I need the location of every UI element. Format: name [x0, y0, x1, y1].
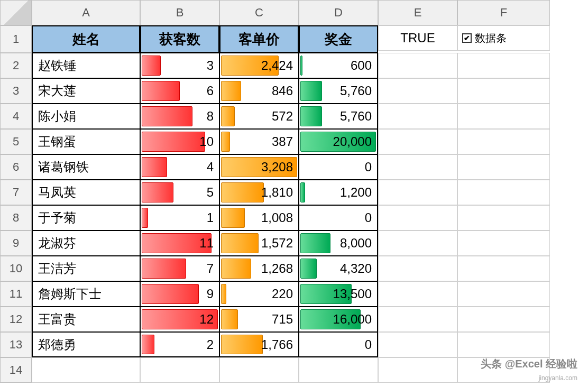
cell-bonus[interactable]: 1,200: [299, 180, 378, 205]
cell-price[interactable]: 3,208: [219, 154, 299, 180]
cell-customers[interactable]: 8: [140, 104, 219, 129]
header-price[interactable]: 客单价: [219, 25, 299, 53]
row-header-5[interactable]: 5: [0, 129, 32, 154]
cell-bonus[interactable]: 8,000: [299, 231, 378, 256]
empty-cell[interactable]: [457, 281, 550, 307]
cell-bonus[interactable]: 5,760: [299, 104, 378, 129]
row-header-11[interactable]: 11: [0, 281, 32, 307]
empty-cell[interactable]: [378, 104, 457, 129]
empty-cell[interactable]: [378, 205, 457, 231]
cell-customers[interactable]: 11: [140, 231, 219, 256]
col-header-d[interactable]: D: [299, 0, 378, 25]
row-header-2[interactable]: 2: [0, 53, 32, 78]
row-header-4[interactable]: 4: [0, 104, 32, 129]
empty-cell[interactable]: [457, 180, 550, 205]
spreadsheet-grid[interactable]: A B C D E F 1 姓名 获客数 客单价 奖金 TRUE ✔ 数据条 2…: [0, 0, 588, 383]
cell-customers[interactable]: 7: [140, 256, 219, 281]
table-row[interactable]: 王富贵: [32, 307, 140, 332]
cell-bonus[interactable]: 0: [299, 332, 378, 357]
empty-cell[interactable]: [378, 231, 457, 256]
col-header-f[interactable]: F: [457, 0, 550, 25]
empty-cell[interactable]: [378, 332, 457, 357]
header-name[interactable]: 姓名: [32, 25, 140, 53]
cell-bonus[interactable]: 0: [299, 154, 378, 180]
empty-cell[interactable]: [219, 357, 299, 383]
empty-cell[interactable]: [299, 357, 378, 383]
table-row[interactable]: 詹姆斯下士: [32, 281, 140, 307]
cell-e1[interactable]: TRUE: [378, 25, 457, 51]
cell-bonus[interactable]: 4,320: [299, 256, 378, 281]
table-row[interactable]: 宋大莲: [32, 78, 140, 104]
cell-customers[interactable]: 4: [140, 154, 219, 180]
empty-cell[interactable]: [32, 357, 140, 383]
empty-cell[interactable]: [457, 307, 550, 332]
empty-cell[interactable]: [457, 154, 550, 180]
cell-customers[interactable]: 3: [140, 53, 219, 78]
empty-cell[interactable]: [457, 256, 550, 281]
select-all-corner[interactable]: [0, 0, 32, 25]
cell-customers[interactable]: 1: [140, 205, 219, 231]
table-row[interactable]: 诸葛钢铁: [32, 154, 140, 180]
empty-cell[interactable]: [378, 129, 457, 154]
col-header-e[interactable]: E: [378, 0, 457, 25]
cell-bonus[interactable]: 600: [299, 53, 378, 78]
cell-price[interactable]: 1,766: [219, 332, 299, 357]
cell-customers[interactable]: 5: [140, 180, 219, 205]
cell-price[interactable]: 1,810: [219, 180, 299, 205]
row-header-8[interactable]: 8: [0, 205, 32, 231]
row-header-12[interactable]: 12: [0, 307, 32, 332]
cell-price[interactable]: 715: [219, 307, 299, 332]
cell-f1[interactable]: ✔ 数据条: [457, 25, 550, 51]
empty-cell[interactable]: [457, 129, 550, 154]
col-header-b[interactable]: B: [140, 0, 219, 25]
empty-cell[interactable]: [457, 231, 550, 256]
table-row[interactable]: 于予菊: [32, 205, 140, 231]
cell-price[interactable]: 220: [219, 281, 299, 307]
empty-cell[interactable]: [378, 154, 457, 180]
cell-price[interactable]: 572: [219, 104, 299, 129]
cell-customers[interactable]: 9: [140, 281, 219, 307]
empty-cell[interactable]: [457, 104, 550, 129]
row-header-10[interactable]: 10: [0, 256, 32, 281]
empty-cell[interactable]: [378, 307, 457, 332]
table-row[interactable]: 王洁芳: [32, 256, 140, 281]
row-header-6[interactable]: 6: [0, 154, 32, 180]
empty-cell[interactable]: [457, 205, 550, 231]
table-row[interactable]: 郑德勇: [32, 332, 140, 357]
table-row[interactable]: 赵铁锤: [32, 53, 140, 78]
cell-customers[interactable]: 10: [140, 129, 219, 154]
table-row[interactable]: 龙淑芬: [32, 231, 140, 256]
cell-customers[interactable]: 2: [140, 332, 219, 357]
empty-cell[interactable]: [378, 78, 457, 104]
databar-checkbox-container[interactable]: ✔ 数据条: [462, 31, 507, 45]
header-customers[interactable]: 获客数: [140, 25, 219, 53]
row-header-13[interactable]: 13: [0, 332, 32, 357]
empty-cell[interactable]: [378, 53, 457, 78]
cell-price[interactable]: 846: [219, 78, 299, 104]
cell-price[interactable]: 1,572: [219, 231, 299, 256]
empty-cell[interactable]: [457, 332, 550, 357]
col-header-a[interactable]: A: [32, 0, 140, 25]
checkbox-icon[interactable]: ✔: [462, 33, 472, 43]
empty-cell[interactable]: [378, 357, 457, 383]
row-header-14[interactable]: 14: [0, 357, 32, 383]
cell-bonus[interactable]: 13,500: [299, 281, 378, 307]
cell-bonus[interactable]: 5,760: [299, 78, 378, 104]
table-row[interactable]: 陈小娟: [32, 104, 140, 129]
header-bonus[interactable]: 奖金: [299, 25, 378, 53]
cell-price[interactable]: 1,268: [219, 256, 299, 281]
row-header-9[interactable]: 9: [0, 231, 32, 256]
row-header-7[interactable]: 7: [0, 180, 32, 205]
empty-cell[interactable]: [457, 78, 550, 104]
empty-cell[interactable]: [140, 357, 219, 383]
empty-cell[interactable]: [378, 180, 457, 205]
cell-bonus[interactable]: 16,000: [299, 307, 378, 332]
cell-bonus[interactable]: 0: [299, 205, 378, 231]
table-row[interactable]: 马凤英: [32, 180, 140, 205]
empty-cell[interactable]: [378, 256, 457, 281]
row-header-1[interactable]: 1: [0, 25, 32, 53]
cell-bonus[interactable]: 20,000: [299, 129, 378, 154]
col-header-c[interactable]: C: [219, 0, 299, 25]
empty-cell[interactable]: [378, 281, 457, 307]
table-row[interactable]: 王钢蛋: [32, 129, 140, 154]
